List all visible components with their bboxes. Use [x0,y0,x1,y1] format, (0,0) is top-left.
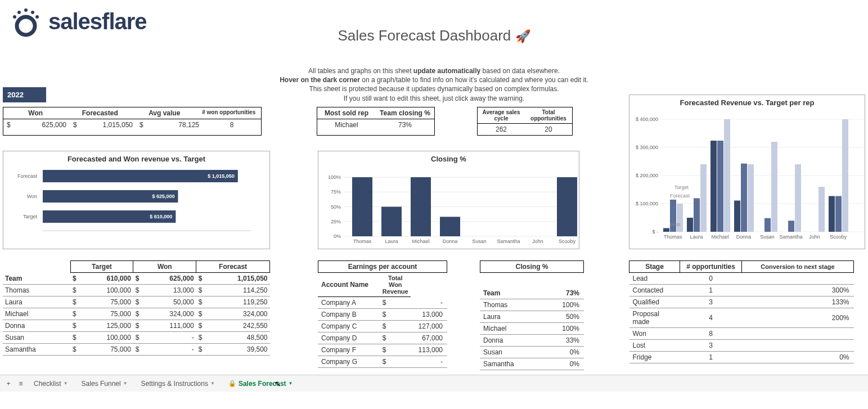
table-row: Company D$67,000 [318,332,447,344]
svg-rect-52 [663,228,669,232]
svg-text:Susan: Susan [760,234,775,240]
svg-text:75%: 75% [331,189,341,195]
svg-rect-80 [829,196,835,232]
summary-rep: Most sold rep Team closing % Michael 73% [317,107,435,136]
chart-closing-pct[interactable]: Closing % 0%25%50%75%100%ThomasLauraMich… [318,151,579,249]
svg-text:$ 610,000: $ 610,000 [150,214,172,219]
tab-checklist[interactable]: Checklist ▼ [28,377,74,390]
svg-text:Target: Target [674,185,689,190]
team-table: Target Won Forecast Team$610,000$625,000… [3,260,270,356]
summary-cycle: Average sales cycle Total opportunities … [477,107,573,136]
val-most-sold: Michael [317,119,376,131]
svg-rect-73 [788,221,794,232]
svg-rect-70 [771,142,777,232]
table-row: Donna$125,000$111,000$242,550 [3,320,270,332]
svg-point-5 [35,15,39,19]
table-row: Company A$- [318,297,447,309]
chart2-title: Closing % [318,151,579,164]
table-row: Team73% [480,287,584,299]
chart3-title: Forecasted Revenue vs. Target per rep [629,95,865,108]
svg-rect-58 [700,164,707,232]
earnings-col1: Account Name [318,273,380,297]
stage-hdr-conv: Conversion to next stage [742,261,854,273]
hdr-cycle: Average sales cycle [478,107,525,123]
svg-text:100%: 100% [328,174,341,180]
earnings-col2: Total Won Revenue [380,273,411,297]
svg-text:Scooby: Scooby [830,234,847,240]
all-sheets-button[interactable]: ≡ [16,380,26,388]
svg-text:John: John [809,234,820,240]
val-team-closing: 73% [376,119,434,131]
table-row: Samantha$75,000$-$39,500 [3,344,270,356]
svg-text:Samantha: Samantha [497,239,520,244]
svg-text:Michael: Michael [412,239,429,244]
hdr-forecasted: Forecasted [68,107,133,119]
svg-rect-30 [411,177,431,236]
add-sheet-button[interactable]: + [3,380,14,388]
svg-text:25%: 25% [331,219,341,224]
svg-text:John: John [532,239,543,244]
svg-text:Won: Won [670,222,680,227]
val-avg: 78,125 [144,119,203,131]
svg-text:$ 100,000: $ 100,000 [636,201,658,206]
svg-point-4 [13,15,16,19]
earnings-title: Earnings per account [318,260,447,273]
tab-sales-forecast[interactable]: 🔒Sales Forecast ▼ [223,377,299,390]
chart-forecast-won-target[interactable]: Forecasted and Won revenue vs. Target Fo… [3,151,270,249]
brand-name: salesflare [48,9,147,34]
svg-rect-61 [717,141,723,232]
svg-rect-32 [440,217,460,236]
svg-rect-28 [381,207,402,237]
tab-settings[interactable]: Settings & Instructions ▼ [136,377,221,390]
svg-text:Target: Target [23,214,38,219]
stage-hdr-stage: Stage [629,261,680,273]
svg-rect-60 [710,141,717,232]
table-row: Lead0 [629,273,854,285]
svg-rect-26 [352,177,372,236]
svg-text:$ -: $ - [652,229,658,235]
svg-text:Samantha: Samantha [779,234,802,240]
svg-text:$ 625,000: $ 625,000 [152,194,174,199]
sheet-tab-bar: + ≡ Checklist ▼ Sales Funnel ▼ Settings … [0,375,868,392]
svg-rect-40 [557,177,577,236]
tab-sales-funnel[interactable]: Sales Funnel ▼ [76,377,133,390]
svg-text:Donna: Donna [443,239,458,244]
svg-text:0%: 0% [334,233,341,239]
hdr-team-closing: Team closing % [376,107,434,119]
summary-won-forecast: Won Forecasted Avg value # won opportuni… [3,107,262,136]
table-row: Michael100% [480,323,584,335]
svg-rect-74 [795,164,801,232]
rocket-icon: 🚀 [515,29,530,43]
svg-rect-69 [764,218,771,232]
lock-icon: 🔒 [228,380,236,387]
table-row: Contacted1300% [629,285,854,296]
team-hdr-target: Target [70,261,133,273]
chart-rev-vs-target-rep[interactable]: Forecasted Revenue vs. Target per rep $ … [629,95,865,249]
table-row: Team$610,000$625,000$1,015,050 [3,273,270,285]
svg-rect-54 [677,204,683,232]
svg-text:Scooby: Scooby [559,239,576,244]
table-row: Donna33% [480,335,584,347]
year-filter[interactable]: 2022 [3,87,46,102]
table-row: Thomas100% [480,299,584,311]
stage-table: Stage # opportunities Conversion to next… [629,260,854,363]
svg-text:Thomas: Thomas [664,234,682,240]
hdr-avg: Avg value [132,107,197,119]
svg-point-0 [17,17,35,35]
val-count: 8 [203,119,261,131]
hdr-won-count: # won opportunities [197,107,262,119]
svg-text:Forecast: Forecast [17,173,38,179]
table-row: Won8 [629,328,854,340]
svg-rect-64 [734,201,740,232]
svg-point-3 [31,11,34,14]
svg-text:$ 1,015,050: $ 1,015,050 [208,173,235,179]
svg-rect-65 [741,164,747,232]
val-forecasted: 1,015,050 [78,119,136,131]
table-row: Laura$75,000$50,000$119,250 [3,296,270,308]
closing-title: Closing % [480,260,584,273]
brand-logo: salesflare [9,5,147,38]
page-title: Sales Forecast Dashboard 🚀 [338,27,530,44]
svg-text:$ 400,000: $ 400,000 [636,116,658,122]
val-won: 625,000 [11,119,70,131]
table-row: Company G$- [318,356,447,368]
